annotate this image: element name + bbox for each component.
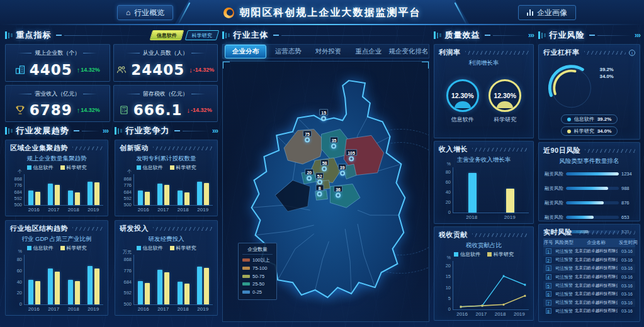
map-marker[interactable]: 75: [303, 131, 312, 143]
tab-3[interactable]: 重点企业: [348, 45, 388, 58]
quality-header: 质量效益 ›››: [434, 29, 534, 42]
enterprise-name: 北京启皓卓越科技有限公司: [575, 274, 618, 280]
risk-type: 司法预警: [555, 265, 573, 272]
map-marker[interactable]: 20: [305, 169, 314, 180]
tab-1[interactable]: 运营态势: [268, 45, 308, 58]
filter-pill-0[interactable]: 信息软件: [150, 30, 184, 40]
chart-profit-gauges: 利润增长率 12.30% 信息软件 12.30% 科学研究: [439, 58, 529, 135]
occurrence-time: 03-16: [619, 309, 635, 313]
marker-value: 52: [315, 173, 324, 179]
chart-agglomeration: 规上企业数量集聚趋势信息软件科学研究个868776684592500201620…: [10, 154, 103, 213]
card-title: 研发投入: [120, 224, 149, 233]
section-title: 质量效益: [445, 30, 480, 41]
table-row[interactable]: 6 司法预警 北京启皓卓越科技有限公司 03-16: [543, 290, 635, 299]
card-tax-contribution: 税收贡献 税收贡献占比信息软件科学研究%20151050201620172018…: [434, 226, 534, 321]
key-indicator-grid: 规上企业数（个） 4405 ↑14.32% 从业人员数（人） 24405 ↓-1…: [5, 44, 218, 122]
stat-card-staff: 从业人员数（人） 24405 ↓-14.32%: [113, 44, 218, 82]
hatch-decoration: [72, 227, 103, 231]
dash-decoration: [273, 35, 279, 36]
location-pin-icon: [336, 192, 341, 197]
line-decoration: [281, 35, 430, 36]
nav-enterprise-profile-button[interactable]: 企业画像: [518, 5, 577, 20]
hatch-decoration: [585, 149, 635, 153]
info-icon[interactable]: i: [629, 50, 635, 56]
more-arrows-icon[interactable]: ›››: [635, 31, 640, 40]
section-bars-icon: [222, 31, 230, 39]
row-index-badge: 2: [546, 257, 551, 263]
row-index-badge: 8: [546, 308, 551, 314]
section-quality: 质量效益 ››› 利润率 利润增长率 12.30% 信息软件 12.30% 科学…: [434, 29, 534, 322]
map-marker[interactable]: 8: [315, 184, 324, 196]
chart-title: 研发经费投入: [120, 235, 213, 243]
map-legend-rows: 100以上75-10050-7525-500-25: [242, 257, 273, 295]
gauge-value: 12.30%: [451, 92, 474, 99]
hatch-decoration: [577, 231, 635, 235]
hatch-decoration: [153, 147, 213, 150]
card-title: 近90日风险: [543, 146, 580, 155]
marker-value: 20: [305, 169, 314, 175]
risk-bar-label: 融资风险: [543, 186, 563, 192]
risk-type: 司法预警: [555, 291, 573, 297]
staff-icon: [116, 65, 127, 75]
stat-value: 24405: [131, 62, 184, 78]
chart-patents: 发明专利累计授权数量信息软件科学研究个868776684592500201620…: [120, 154, 213, 213]
table-row[interactable]: 4 司法预警 北京启皓卓越科技有限公司 03-16: [543, 273, 635, 282]
table-row[interactable]: 7 司法预警 北京启皓卓越科技有限公司 03-16: [543, 299, 635, 308]
chart-revenue-growth: 主营业务收入增长率%80604020020182019: [439, 155, 529, 220]
stat-value: 4405: [30, 62, 72, 78]
chart-tax-share: 税收贡献占比信息软件科学研究%201510502016201720182019: [439, 241, 529, 317]
map-marker[interactable]: 52: [315, 173, 324, 185]
table-row[interactable]: 5 司法预警 北京启皓卓越科技有限公司 03-16: [543, 281, 635, 290]
map-marker[interactable]: 39: [338, 164, 347, 175]
table-row[interactable]: 2 司法预警 北京启皓卓越科技有限公司 03-16: [543, 256, 635, 265]
top-bar: 朝阳区科创规上企业大数据监测平台 ⌂ 行业概览 企业画像: [0, 0, 644, 25]
tab-2[interactable]: 对外投资: [308, 45, 349, 58]
more-arrows-icon[interactable]: ›››: [528, 31, 534, 40]
location-pin-icon: [305, 138, 310, 143]
legend-swatch: [242, 267, 250, 270]
map-marker[interactable]: 105: [346, 149, 357, 161]
filter-pill-1[interactable]: 科学研究: [185, 30, 220, 40]
more-arrows-icon[interactable]: ›››: [212, 126, 218, 135]
row-index-badge: 5: [546, 283, 551, 289]
card-title: 行业地区结构趋势: [10, 224, 68, 233]
location-pin-icon: [340, 170, 345, 175]
tab-4[interactable]: 规企变化排名: [388, 45, 429, 58]
stat-card-tax: 留存税收（亿元） 666.1 ↓-14.32%: [113, 85, 218, 123]
up-arrow-icon: ↑: [77, 66, 81, 74]
stat-label: 营业收入（亿元）: [8, 90, 107, 98]
chart-rnd: 研发经费投入信息软件科学研究万元868776684592500201620172…: [120, 235, 213, 312]
card-title: 实时风险: [543, 228, 572, 237]
table-row[interactable]: 3 司法预警 北京启皓卓越科技有限公司 03-16: [543, 264, 635, 273]
risk-bar-row: 融资风险 876: [543, 200, 635, 206]
legend-swatch: [242, 291, 250, 294]
occurrence-time: 03-16: [619, 284, 635, 288]
tab-0[interactable]: 企业分布: [225, 45, 266, 58]
map-marker[interactable]: 35: [330, 137, 339, 149]
profit-gauge: 12.30% 信息软件: [446, 79, 479, 124]
risk-header: 行业风险 ›››: [538, 29, 640, 42]
legend-row: 100以上: [242, 257, 273, 263]
card-leverage: 行业杠杆率 i 39.2%34.0%信息软件39.2%科学研究34.0%: [538, 44, 640, 140]
line-decoration: [183, 131, 210, 131]
risk-type: 司法预警: [555, 257, 573, 263]
enterprise-icon: [15, 65, 25, 75]
risk-bar-row: 融资风险 653: [543, 214, 635, 221]
table-row[interactable]: 8 司法预警 北京启皓卓越科技有限公司 03-16: [543, 307, 635, 316]
risk-bar-row: 融资风险 988: [543, 186, 635, 192]
location-pin-icon: [332, 144, 337, 149]
more-arrows-icon[interactable]: ›››: [103, 126, 108, 135]
risk-bar-value: 653: [621, 214, 635, 220]
hatch-decoration: [472, 233, 529, 237]
nav-left-label: 行业概览: [134, 8, 164, 18]
card-revenue-growth: 收入增长 主营业务收入增长率%80604020020182019: [434, 141, 534, 224]
map-marker[interactable]: 36: [334, 186, 342, 197]
table-row[interactable]: 1 司法预警 北京启皓卓越科技有限公司 03-16: [543, 247, 635, 256]
line-decoration: [64, 35, 152, 36]
gauge-label: 科学研究: [494, 116, 516, 124]
down-arrow-icon: ↓: [189, 66, 193, 74]
home-icon: ⌂: [126, 9, 130, 16]
nav-industry-overview-button[interactable]: ⌂ 行业概览: [117, 5, 173, 20]
map-marker[interactable]: 58: [320, 159, 329, 171]
map-marker[interactable]: 15: [319, 109, 328, 121]
